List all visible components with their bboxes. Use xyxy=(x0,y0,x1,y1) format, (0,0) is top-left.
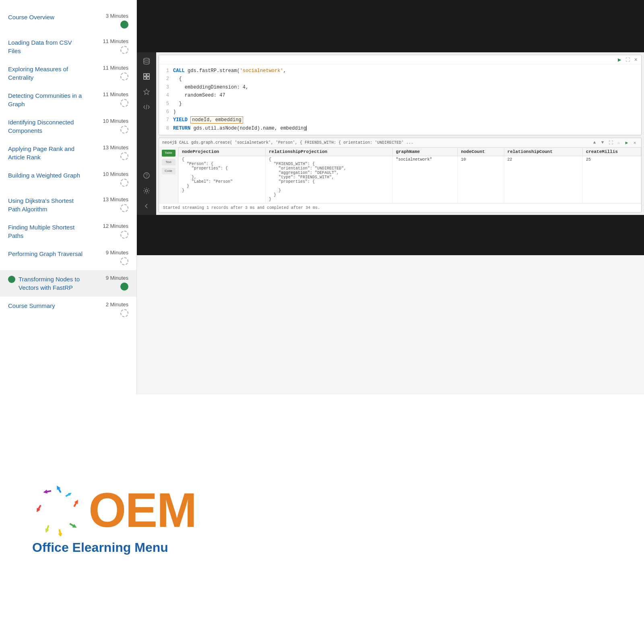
logo-subtitle: Office Elearning Menu xyxy=(32,540,196,555)
code-view-button[interactable]: Code xyxy=(162,168,175,174)
status-incomplete-3 xyxy=(120,72,128,80)
sidebar-item-course-overview[interactable]: Course Overview 3 Minutes xyxy=(0,8,136,33)
result-box-buttons: ▲ ▼ ⛶ ☆ ▶ ✕ xyxy=(591,139,638,146)
logo-container: OEM Office Elearning Menu xyxy=(32,484,196,555)
code-line-6: 6 ) xyxy=(163,108,637,116)
sidebar-label-4: Detecting Communities in a Graph xyxy=(8,91,85,108)
sidebar-item-right-10: 9 Minutes xyxy=(96,250,128,265)
sidebar-item-multiple-paths[interactable]: Finding Multiple Shortest Paths 12 Minut… xyxy=(0,218,136,245)
svg-marker-16 xyxy=(58,529,63,536)
svg-marker-10 xyxy=(55,484,63,493)
ide-icon-database[interactable] xyxy=(141,56,152,67)
result-run-button[interactable]: ▶ xyxy=(623,139,630,146)
sidebar-label-5: Identifying Disconnected Components xyxy=(8,118,85,135)
code-line-7: 7 YIELD nodeId, embedding xyxy=(163,116,637,124)
sidebar-item-right-1: 3 Minutes xyxy=(96,13,128,29)
ide-icon-star[interactable] xyxy=(141,86,152,97)
sidebar-item-summary[interactable]: Course Summary 2 Minutes xyxy=(0,297,136,322)
status-incomplete-8 xyxy=(120,204,128,212)
svg-marker-17 xyxy=(65,491,72,497)
status-incomplete-2 xyxy=(120,46,128,54)
sidebar-item-right-5: 10 Minutes xyxy=(96,118,128,134)
ide-outer: ? xyxy=(137,52,644,215)
code-line-5: 5 } xyxy=(163,100,637,108)
status-message: Started streaming 1 records after 3 ms a… xyxy=(163,206,320,210)
sidebar-item-left-1: Course Overview xyxy=(8,13,54,21)
result-star-button[interactable]: ☆ xyxy=(615,139,622,146)
code-line-8: 8 RETURN gds.util.asNode(nodeId).name, e… xyxy=(163,124,637,132)
ide-icon-grid[interactable] xyxy=(141,71,152,82)
sidebar-item-measures[interactable]: Exploring Measures of Centrality 11 Minu… xyxy=(0,60,136,87)
video-bottom-bar xyxy=(137,215,644,255)
result-table-wrapper: nodeProjection relationshipProjection gr… xyxy=(178,147,641,203)
col-graph-name: graphName xyxy=(392,148,458,156)
duration-2: 11 Minutes xyxy=(103,38,128,44)
status-incomplete-6 xyxy=(120,152,128,160)
logo-arrows-icon xyxy=(32,484,89,536)
sidebar-label-2: Loading Data from CSV Files xyxy=(8,38,85,55)
video-top-bar xyxy=(137,0,644,52)
result-up-button[interactable]: ▲ xyxy=(591,139,598,146)
sidebar-item-weighted-graph[interactable]: Building a Weighted Graph 10 Minutes xyxy=(0,166,136,192)
sidebar-item-right-6: 13 Minutes xyxy=(96,144,128,160)
result-down-button[interactable]: ▼ xyxy=(599,139,606,146)
ide-icon-arrow-left[interactable] xyxy=(141,200,152,212)
status-complete-1 xyxy=(120,21,128,29)
duration-11: 9 Minutes xyxy=(106,275,128,281)
svg-marker-15 xyxy=(44,524,50,533)
sidebar-item-disconnected[interactable]: Identifying Disconnected Components 10 M… xyxy=(0,113,136,140)
sidebar-item-right-11: 9 Minutes xyxy=(96,275,128,291)
sidebar-item-loading-csv[interactable]: Loading Data from CSV Files 11 Minutes xyxy=(0,33,136,60)
sidebar-item-dijkstra[interactable]: Using Dijkstra's Shortest Path Algorithm… xyxy=(0,192,136,218)
sidebar-item-left-6: Applying Page Rank and Article Rank xyxy=(8,144,85,161)
logo-row: OEM xyxy=(32,484,196,536)
sidebar-item-left-4: Detecting Communities in a Graph xyxy=(8,91,85,108)
sidebar-item-fastrp[interactable]: Transforming Nodes to Vectors with FastR… xyxy=(0,270,136,297)
bottom-section: OEM Office Elearning Menu xyxy=(0,394,644,644)
ide-icon-code[interactable] xyxy=(141,101,152,113)
sidebar-label-11: Transforming Nodes to Vectors with FastR… xyxy=(19,275,95,292)
status-incomplete-4 xyxy=(120,99,128,107)
table-view-button[interactable]: Table xyxy=(162,150,175,156)
svg-rect-4 xyxy=(147,77,149,79)
sidebar-item-graph-traversal[interactable]: Performing Graph Traversal 9 Minutes xyxy=(0,245,136,270)
sidebar-item-communities[interactable]: Detecting Communities in a Graph 11 Minu… xyxy=(0,87,136,113)
svg-marker-14 xyxy=(69,522,78,529)
sidebar-label-6: Applying Page Rank and Article Rank xyxy=(8,144,85,161)
sidebar-label-8: Using Dijkstra's Shortest Path Algorithm xyxy=(8,196,85,213)
duration-9: 12 Minutes xyxy=(103,223,128,229)
status-incomplete-7 xyxy=(120,179,128,187)
result-close-button[interactable]: ✕ xyxy=(632,139,638,146)
duration-7: 10 Minutes xyxy=(103,171,128,177)
code-line-1: 1 CALL gds.fastRP.stream('socialnetwork'… xyxy=(163,67,637,75)
cell-graph-name: "socialnetwork" xyxy=(392,156,458,203)
sidebar-item-left-10: Performing Graph Traversal xyxy=(8,250,83,258)
result-expand-button[interactable]: ⛶ xyxy=(607,139,614,146)
ide-sidebar-icons: ? xyxy=(137,52,156,215)
logo-letter-e: E xyxy=(125,483,157,537)
table-row-1: { "Person": { "properties": { }, "Label"… xyxy=(179,156,641,203)
status-active-11 xyxy=(120,283,128,291)
result-sidebar: Table Text Code xyxy=(159,147,178,203)
cell-create-millis: 25 xyxy=(582,156,641,203)
run-button[interactable]: ▶ xyxy=(616,56,623,63)
expand-button[interactable]: ⛶ xyxy=(624,56,631,63)
text-view-button[interactable]: Text xyxy=(162,159,175,165)
code-line-4: 4 randomSeed: 47 xyxy=(163,91,637,99)
ide-icon-settings[interactable] xyxy=(141,185,152,196)
ide-icon-question[interactable]: ? xyxy=(141,170,152,181)
duration-3: 11 Minutes xyxy=(103,65,128,71)
duration-4: 11 Minutes xyxy=(103,91,128,97)
status-incomplete-10 xyxy=(120,257,128,265)
sidebar-item-left-2: Loading Data from CSV Files xyxy=(8,38,85,55)
duration-10: 9 Minutes xyxy=(106,250,128,256)
sidebar-item-pagerank[interactable]: Applying Page Rank and Article Rank 13 M… xyxy=(0,140,136,166)
duration-8: 13 Minutes xyxy=(103,196,128,202)
code-query-box: ▶ ⛶ ✕ 1 CALL gds.fastRP.stream('socialne… xyxy=(159,55,642,135)
svg-line-6 xyxy=(146,105,147,109)
code-line-3: 3 embeddingDimension: 4, xyxy=(163,83,637,91)
close-button[interactable]: ✕ xyxy=(632,56,639,63)
duration-6: 13 Minutes xyxy=(103,144,128,151)
sidebar-item-left-9: Finding Multiple Shortest Paths xyxy=(8,223,85,240)
cell-relationship-projection: { "FRIENDS_WITH": { "orientation": "UNDI… xyxy=(265,156,392,203)
